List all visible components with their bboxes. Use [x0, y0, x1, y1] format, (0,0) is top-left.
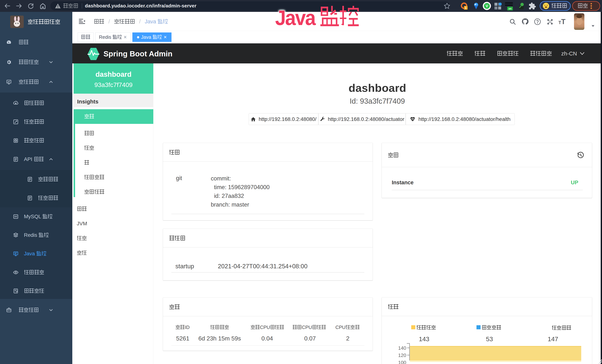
svg-text:on: on — [509, 7, 512, 10]
svg-text:V: V — [485, 4, 488, 8]
svg-text:1: 1 — [465, 6, 467, 10]
